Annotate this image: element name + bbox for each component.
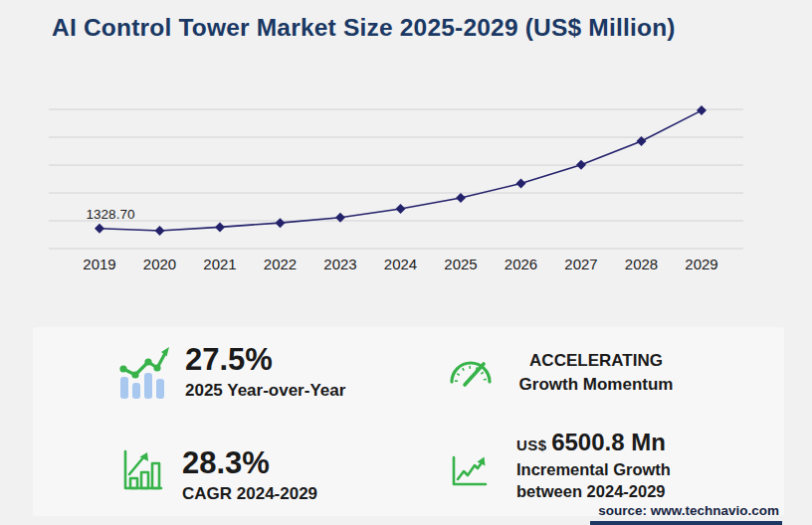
data-point-markers xyxy=(95,105,707,236)
footer-brand-bar xyxy=(590,521,782,525)
bar-trend-icon xyxy=(117,345,169,405)
data-point-marker xyxy=(516,179,526,189)
stat-cagr: 28.3% CAGR 2024-2029 xyxy=(122,446,317,504)
stat-yoy: 27.5% 2025 Year-over-Year xyxy=(117,343,345,405)
speedometer-icon xyxy=(448,351,494,393)
data-point-marker xyxy=(396,204,406,214)
stat-incremental-growth: US$ 6500.8 Mn Incremental Growth between… xyxy=(451,429,671,502)
stat-incremental-label-line2: between 2024-2029 xyxy=(516,480,671,502)
year-tick-label: 2021 xyxy=(203,256,236,272)
year-tick-label: 2024 xyxy=(384,256,417,272)
stat-momentum: ACCELERATING Growth Momentum xyxy=(448,351,689,397)
data-point-marker xyxy=(276,218,286,228)
year-tick-label: 2026 xyxy=(505,256,537,272)
data-point-marker xyxy=(95,224,104,234)
year-tick-label: 2027 xyxy=(564,256,597,272)
bar-growth-icon xyxy=(122,449,164,495)
data-point-marker xyxy=(215,222,225,232)
source-attribution: source: www.technavio.com xyxy=(598,503,779,518)
stat-momentum-line2: Growth Momentum xyxy=(504,373,689,397)
stat-incremental-value: 6500.8 Mn xyxy=(551,429,666,455)
data-point-marker xyxy=(155,226,165,236)
stat-incremental-currency: US$ xyxy=(516,437,547,453)
year-tick-label: 2020 xyxy=(143,256,176,272)
year-tick-label: 2028 xyxy=(625,256,658,272)
data-point-marker xyxy=(456,193,466,203)
year-tick-label: 2029 xyxy=(685,256,717,272)
data-point-marker xyxy=(576,160,586,170)
stat-yoy-label: 2025 Year-over-Year xyxy=(185,380,345,401)
stat-cagr-label: CAGR 2024-2029 xyxy=(182,483,317,504)
year-tick-label: 2025 xyxy=(444,256,477,272)
line-growth-icon xyxy=(451,451,489,491)
year-tick-label: 2022 xyxy=(264,256,297,272)
stat-cagr-value: 28.3% xyxy=(182,446,317,480)
year-tick-label: 2019 xyxy=(83,256,115,272)
x-axis-labels: 2019202020212022202320242025202620272028… xyxy=(83,256,717,272)
chart-gridlines xyxy=(49,109,743,249)
page-title: AI Control Tower Market Size 2025-2029 (… xyxy=(52,14,676,42)
data-point-marker xyxy=(697,105,707,115)
stat-incremental-label-line1: Incremental Growth xyxy=(516,458,671,480)
stat-yoy-value: 27.5% xyxy=(185,343,345,377)
market-line-chart: 1328.70201920202021202220232024202520262… xyxy=(0,94,812,288)
year-tick-label: 2023 xyxy=(323,256,356,272)
data-point-label: 1328.70 xyxy=(87,207,135,222)
stat-momentum-line1: ACCELERATING xyxy=(504,349,689,373)
